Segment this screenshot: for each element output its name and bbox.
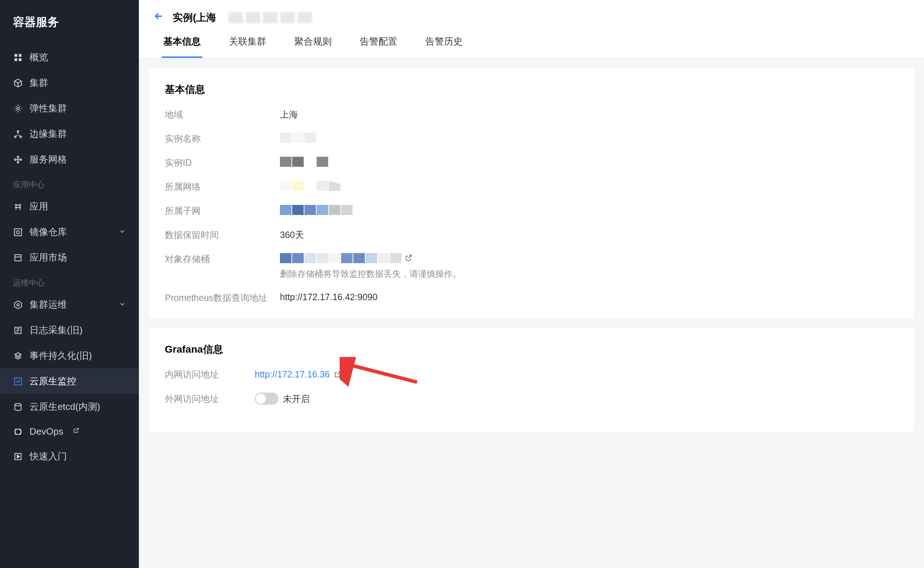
sidebar-item-label: 云原生监控 xyxy=(29,375,76,388)
sidebar-item-cluster[interactable]: 集群 xyxy=(0,70,139,96)
label-external: 外网访问地址 xyxy=(165,393,255,405)
svg-point-11 xyxy=(17,162,19,163)
sidebar-item-label: 服务网格 xyxy=(29,153,67,166)
basic-info-card: 基本信息 地域 上海 实例名称 实例ID xyxy=(149,68,914,318)
label-prometheus: Prometheus数据查询地址 xyxy=(165,292,280,304)
external-link-icon[interactable] xyxy=(404,254,413,263)
breadcrumb: 实例(上海 xyxy=(153,11,910,24)
svg-point-4 xyxy=(17,107,20,110)
tabs: 基本信息 关联集群 聚合规则 告警配置 告警历史 xyxy=(153,35,910,58)
bucket-hint: 删除存储桶将导致监控数据丢失，请谨慎操作。 xyxy=(280,268,461,280)
label-subnet: 所属子网 xyxy=(165,205,280,217)
content-area: 基本信息 地域 上海 实例名称 实例ID xyxy=(139,58,924,441)
label-instance-name: 实例名称 xyxy=(165,133,280,145)
sidebar-item-label: 集群运维 xyxy=(29,298,67,311)
row-network: 所属网络 xyxy=(165,181,898,193)
sidebar-item-quickstart[interactable]: 快速入门 xyxy=(0,444,139,469)
sidebar-item-market[interactable]: 应用市场 xyxy=(0,245,139,270)
sidebar-item-label: 集群 xyxy=(29,77,48,89)
tab-aggregation-rules[interactable]: 聚合规则 xyxy=(293,35,333,58)
value-retention: 360天 xyxy=(280,229,304,241)
svg-point-13 xyxy=(17,230,20,234)
svg-rect-2 xyxy=(14,58,17,61)
sidebar-item-devops[interactable]: DevOps xyxy=(0,420,139,444)
external-link-icon xyxy=(73,428,79,436)
svg-point-10 xyxy=(17,156,19,157)
svg-point-18 xyxy=(15,403,21,406)
sidebar-item-logs[interactable]: 日志采集(旧) xyxy=(0,317,139,343)
svg-rect-14 xyxy=(15,255,21,261)
sidebar-item-repo[interactable]: 镜像仓库 xyxy=(0,219,139,245)
card-title-grafana: Grafana信息 xyxy=(165,343,898,356)
back-arrow-icon[interactable] xyxy=(153,11,164,24)
page-header: 实例(上海 基本信息 关联集群 聚合规则 告警配置 告警历史 xyxy=(139,0,924,58)
svg-point-9 xyxy=(20,159,21,160)
row-subnet: 所属子网 xyxy=(165,205,898,217)
quickstart-icon xyxy=(13,452,23,462)
elastic-icon xyxy=(13,104,23,113)
sidebar-item-events[interactable]: 事件持久化(旧) xyxy=(0,343,139,369)
row-prometheus: Prometheus数据查询地址 http://172.17.16.42:909… xyxy=(165,292,898,304)
toggle-state-label: 未开启 xyxy=(283,393,310,405)
row-instance-name: 实例名称 xyxy=(165,133,898,145)
svg-point-7 xyxy=(20,136,21,137)
event-icon xyxy=(13,351,23,361)
label-bucket: 对象存储桶 xyxy=(165,253,280,265)
external-link-icon[interactable] xyxy=(333,370,342,379)
redacted-value xyxy=(280,181,340,191)
sidebar-item-etcd[interactable]: 云原生etcd(内测) xyxy=(0,394,139,420)
label-region: 地域 xyxy=(165,109,280,121)
sidebar-item-label: DevOps xyxy=(29,426,63,437)
label-retention: 数据保留时间 xyxy=(165,229,280,241)
market-icon xyxy=(13,253,23,263)
grid-icon xyxy=(13,53,23,63)
tab-related-clusters[interactable]: 关联集群 xyxy=(227,35,268,58)
grafana-card: Grafana信息 内网访问地址 http://172.17.16.36 外网访… xyxy=(149,328,914,431)
grafana-internal-link[interactable]: http://172.17.16.36 xyxy=(255,369,330,380)
sidebar-item-elastic[interactable]: 弹性集群 xyxy=(0,96,139,121)
value-instance-name xyxy=(280,133,316,143)
sidebar-item-label: 事件持久化(旧) xyxy=(29,349,92,362)
sidebar-item-overview[interactable]: 概览 xyxy=(0,45,139,70)
svg-point-15 xyxy=(17,304,20,306)
sidebar-item-mesh[interactable]: 服务网格 xyxy=(0,147,139,172)
value-region: 上海 xyxy=(280,109,298,121)
page-title: 实例(上海 xyxy=(173,11,216,24)
external-access-toggle[interactable] xyxy=(255,393,279,405)
label-network: 所属网络 xyxy=(165,181,280,193)
sidebar-item-label: 弹性集群 xyxy=(29,102,67,115)
sidebar-item-app[interactable]: 应用 xyxy=(0,194,139,219)
svg-point-5 xyxy=(17,130,19,132)
sidebar-item-label: 概览 xyxy=(29,51,48,63)
redacted-value xyxy=(280,133,316,143)
tab-alert-config[interactable]: 告警配置 xyxy=(358,35,399,58)
row-external-url: 外网访问地址 未开启 xyxy=(165,393,898,405)
edge-icon xyxy=(13,129,23,139)
sidebar-item-cluster-ops[interactable]: 集群运维 xyxy=(0,292,139,317)
redacted-title-suffix xyxy=(229,12,312,23)
tab-alert-history[interactable]: 告警历史 xyxy=(424,35,464,58)
sidebar-item-monitor[interactable]: 云原生监控 xyxy=(0,369,139,394)
sidebar-item-edge[interactable]: 边缘集群 xyxy=(0,121,139,147)
svg-point-8 xyxy=(14,159,16,160)
row-region: 地域 上海 xyxy=(165,109,898,121)
mesh-icon xyxy=(13,154,23,165)
log-icon xyxy=(13,325,23,335)
sidebar-item-label: 云原生etcd(内测) xyxy=(29,400,100,413)
chevron-down-icon xyxy=(119,227,126,238)
main-content: 实例(上海 基本信息 关联集群 聚合规则 告警配置 告警历史 基本信息 地域 上… xyxy=(139,0,924,568)
sidebar: 容器服务 概览 集群 弹性集群 边缘集群 服务网格 应用中心 应用 镜像仓库 应… xyxy=(0,0,139,568)
sidebar-item-label: 应用 xyxy=(29,200,48,213)
value-subnet xyxy=(280,205,353,215)
sidebar-section-ops: 运维中心 xyxy=(0,270,139,292)
sidebar-item-label: 镜像仓库 xyxy=(29,226,67,238)
label-internal: 内网访问地址 xyxy=(165,369,255,380)
value-prometheus: http://172.17.16.42:9090 xyxy=(280,292,377,302)
tab-basic-info[interactable]: 基本信息 xyxy=(162,35,202,58)
value-bucket: 删除存储桶将导致监控数据丢失，请谨慎操作。 xyxy=(280,253,461,280)
sidebar-item-label: 边缘集群 xyxy=(29,128,67,140)
sidebar-item-label: 日志采集(旧) xyxy=(29,324,82,337)
svg-rect-12 xyxy=(14,229,21,236)
app-icon xyxy=(13,202,23,212)
redacted-value xyxy=(280,253,401,263)
